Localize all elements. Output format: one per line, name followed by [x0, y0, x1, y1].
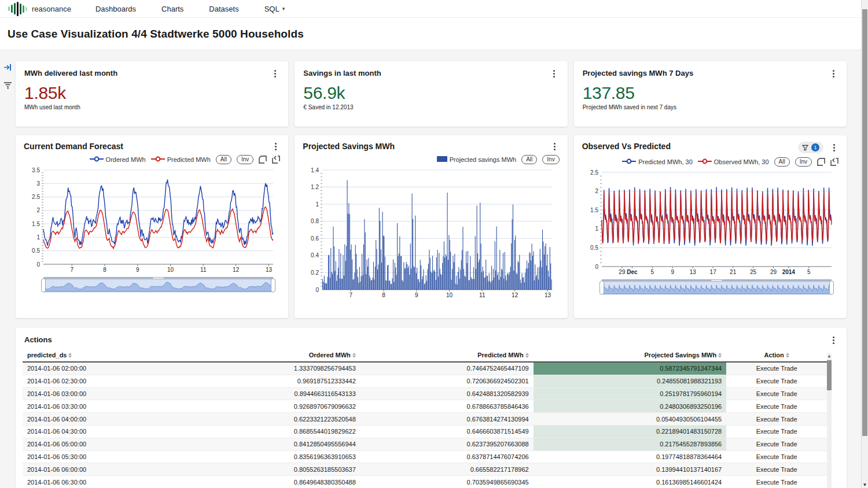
table-cell: 1.3337098256794453: [204, 365, 361, 372]
svg-text:0.5: 0.5: [32, 247, 40, 254]
demand-forecast-line-chart: 00.511.522.533.578910111213: [24, 167, 278, 274]
filter-funnel-icon[interactable]: [3, 82, 12, 92]
execute-trade-action[interactable]: Execute Trade: [726, 441, 827, 448]
table-cell: 0.8944663116543133: [204, 390, 361, 397]
more-options-icon[interactable]: [829, 335, 838, 345]
more-options-icon[interactable]: [550, 142, 560, 151]
table-cell: 0.7464752465447109: [361, 365, 534, 372]
datazoom-slider[interactable]: [582, 279, 837, 295]
execute-trade-action[interactable]: Execute Trade: [726, 466, 827, 473]
column-header-ordered-mwh[interactable]: Ordered MWh: [204, 352, 361, 358]
legend-inv-button[interactable]: Inv: [542, 155, 559, 164]
filter-count-badge: 1: [811, 143, 819, 151]
svg-text:1.4: 1.4: [311, 167, 319, 173]
svg-text:0: 0: [595, 264, 598, 270]
kpi-card-projected-savings: Projected savings MWh 7 Days 137.85 Proj…: [574, 61, 847, 127]
table-scrollbar-thumb[interactable]: [827, 360, 832, 390]
svg-text:7: 7: [350, 292, 353, 298]
table-cell: 2014-01-06 05:00:00: [23, 441, 204, 448]
execute-trade-action[interactable]: Execute Trade: [726, 416, 827, 423]
nav-item-sql[interactable]: SQL▾: [264, 5, 285, 13]
svg-text:13: 13: [689, 269, 696, 275]
chart-title: Current Demand Forecast: [24, 142, 123, 151]
column-header-action[interactable]: Action: [726, 352, 827, 358]
table-cell: 2014-01-06 02:30:00: [23, 378, 204, 385]
legend-inv-button[interactable]: Inv: [237, 155, 253, 164]
svg-text:11: 11: [479, 292, 486, 298]
legend-item-ordered-mwh[interactable]: Ordered MWh: [90, 156, 146, 163]
execute-trade-action[interactable]: Execute Trade: [726, 428, 827, 435]
legend-item-predicted-mwh-30[interactable]: Predicted MWh, 30: [622, 158, 693, 165]
sort-icon: [525, 353, 529, 358]
execute-trade-action[interactable]: Execute Trade: [726, 378, 827, 385]
sort-icon: [68, 353, 72, 358]
nav-item-dashboards[interactable]: Dashboards: [95, 5, 136, 13]
svg-text:1.5: 1.5: [32, 221, 40, 227]
table-scrollbar[interactable]: ▲: [827, 353, 832, 488]
table-cell: 0.19774818878364464: [534, 451, 727, 463]
legend-item-projected-savings[interactable]: Projected savings MWh: [437, 156, 517, 163]
page-scrollbar-thumb[interactable]: [862, 9, 867, 436]
svg-text:1.2: 1.2: [311, 184, 319, 190]
table-cell: 0.7035949865690345: [361, 479, 534, 486]
execute-trade-action[interactable]: Execute Trade: [726, 403, 827, 410]
zoom-reset-icon[interactable]: [272, 156, 280, 164]
applied-filters-pill[interactable]: 1: [798, 142, 823, 153]
brand-logo[interactable]: reasonance: [8, 2, 71, 16]
column-header-projected-savings-mwh[interactable]: Projected Savings MWh: [534, 352, 727, 358]
execute-trade-action[interactable]: Execute Trade: [726, 453, 827, 460]
legend-inv-button[interactable]: Inv: [795, 157, 812, 167]
scroll-down-icon[interactable]: ▼: [862, 482, 868, 487]
svg-text:0: 0: [36, 261, 40, 268]
table-cell: 0.5872345791347344: [534, 363, 727, 375]
legend-item-predicted-mwh[interactable]: Predicted MWh: [151, 156, 211, 163]
more-options-icon[interactable]: [829, 143, 838, 152]
chart-card-projected-savings-mwh: Projected Savings MWh Projected savings …: [295, 135, 567, 318]
sort-icon: [352, 353, 356, 358]
table-cell: 0.13994410137140167: [534, 463, 727, 475]
svg-text:7: 7: [70, 267, 73, 273]
svg-text:9: 9: [415, 292, 418, 298]
svg-text:2: 2: [595, 188, 598, 194]
legend-all-button[interactable]: All: [774, 157, 790, 167]
kpi-title: MWh delivered last month: [24, 69, 117, 77]
datazoom-slider[interactable]: [24, 277, 278, 293]
sort-icon: [718, 353, 722, 358]
svg-text:12: 12: [512, 292, 518, 298]
table-header-row: predicted_dsOrdered MWhPredicted MWhProj…: [23, 352, 827, 363]
nav-item-charts[interactable]: Charts: [161, 5, 183, 13]
table-cell: 0.22189401483150728: [534, 426, 727, 438]
zoom-select-icon[interactable]: [259, 156, 267, 164]
table-cell: 0.6424881320582939: [361, 390, 534, 397]
svg-text:5: 5: [650, 269, 654, 275]
more-options-icon[interactable]: [270, 69, 279, 78]
zoom-reset-icon[interactable]: [830, 158, 838, 166]
svg-text:1.5: 1.5: [590, 207, 598, 213]
expand-filter-bar-icon[interactable]: [3, 63, 12, 73]
more-options-icon[interactable]: [550, 69, 559, 78]
execute-trade-action[interactable]: Execute Trade: [726, 390, 827, 397]
legend-item-observed-mwh-30[interactable]: Observed MWh, 30: [698, 158, 769, 165]
execute-trade-action[interactable]: Execute Trade: [726, 479, 827, 486]
more-options-icon[interactable]: [271, 142, 280, 151]
table-row: 2014-01-06 03:30:000.92689706790966320.6…: [23, 400, 827, 413]
legend-all-button[interactable]: All: [521, 155, 537, 164]
execute-trade-action[interactable]: Execute Trade: [726, 365, 827, 372]
table-cell: 0.6378714476074206: [361, 453, 534, 460]
zoom-select-icon[interactable]: [817, 158, 825, 166]
table-cell: 0.969187512333442: [204, 378, 361, 385]
more-options-icon[interactable]: [829, 69, 838, 78]
svg-text:0.6: 0.6: [311, 235, 319, 242]
table-body: 2014-01-06 02:00:001.33370982567944530.7…: [23, 363, 827, 488]
nav-item-datasets[interactable]: Datasets: [209, 5, 238, 13]
kpi-value: 137.85: [583, 83, 838, 103]
svg-text:17: 17: [709, 269, 716, 275]
column-header-predicted-mwh[interactable]: Predicted MWh: [361, 352, 534, 358]
column-header-predicted_ds[interactable]: predicted_ds: [23, 352, 204, 358]
svg-text:0.5: 0.5: [590, 245, 598, 251]
page-scrollbar[interactable]: ▼: [861, 0, 868, 488]
legend-all-button[interactable]: All: [216, 155, 231, 164]
scroll-up-icon[interactable]: ▲: [827, 353, 832, 359]
svg-text:1: 1: [36, 234, 40, 241]
table-cell: 0.16136985146601424: [534, 476, 727, 488]
